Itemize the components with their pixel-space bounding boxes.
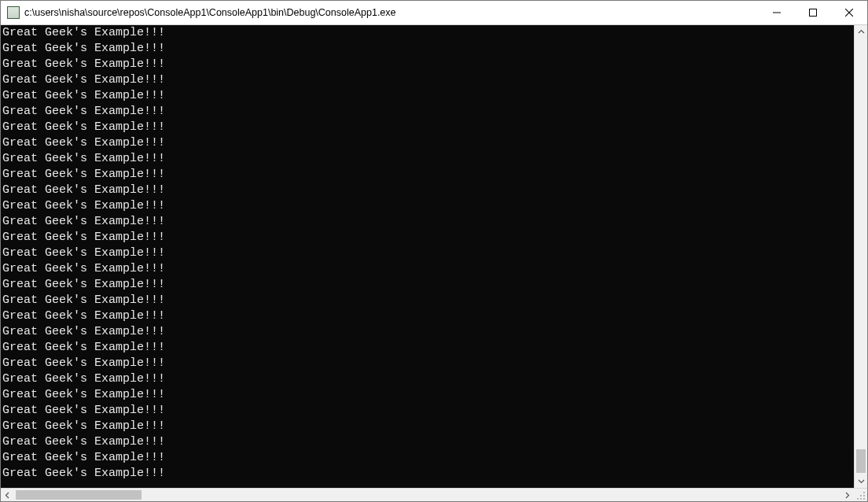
console-output[interactable]: Great Geek's Example!!! Great Geek's Exa…	[1, 25, 854, 488]
close-button[interactable]	[831, 1, 867, 24]
chevron-up-icon	[858, 28, 865, 35]
svg-point-6	[857, 498, 859, 500]
horizontal-scrollbar[interactable]	[1, 488, 867, 501]
maximize-icon	[809, 9, 817, 17]
titlebar[interactable]: c:\users\nisha\source\repos\ConsoleApp1\…	[1, 1, 867, 25]
resize-grip-icon	[856, 491, 866, 500]
console-window: c:\users\nisha\source\repos\ConsoleApp1\…	[0, 0, 868, 502]
window-controls	[759, 1, 867, 24]
resize-grip[interactable]	[854, 489, 867, 501]
minimize-icon	[773, 9, 781, 17]
vertical-scrollbar-thumb[interactable]	[856, 449, 866, 473]
client-area: Great Geek's Example!!! Great Geek's Exa…	[1, 25, 867, 501]
chevron-right-icon	[844, 492, 851, 499]
horizontal-scrollbar-thumb[interactable]	[16, 490, 142, 500]
chevron-down-icon	[858, 478, 865, 485]
svg-point-2	[863, 495, 865, 496]
window-title: c:\users\nisha\source\repos\ConsoleApp1\…	[24, 7, 396, 18]
scroll-up-button[interactable]	[855, 25, 867, 39]
svg-point-1	[863, 492, 865, 493]
minimize-button[interactable]	[759, 1, 795, 24]
app-icon	[7, 6, 20, 19]
horizontal-scrollbar-track[interactable]	[14, 489, 840, 501]
close-icon	[845, 9, 853, 17]
vertical-scrollbar[interactable]	[854, 25, 867, 488]
svg-point-5	[860, 498, 862, 500]
scroll-down-button[interactable]	[855, 474, 867, 488]
chevron-left-icon	[4, 492, 11, 499]
svg-point-3	[860, 495, 862, 496]
svg-rect-0	[810, 9, 817, 17]
svg-point-4	[863, 498, 865, 500]
scroll-right-button[interactable]	[840, 489, 854, 501]
scroll-left-button[interactable]	[1, 489, 14, 501]
maximize-button[interactable]	[795, 1, 831, 24]
